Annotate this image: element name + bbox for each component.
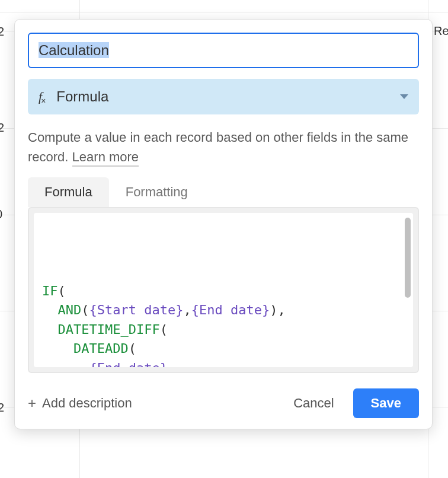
add-description-label: Add description (42, 396, 132, 411)
dialog-actions: + Add description Cancel Save (28, 388, 419, 418)
config-tabs: Formula Formatting (28, 177, 419, 207)
field-config-dialog: Calculation f× Formula Compute a value i… (14, 19, 433, 429)
field-name-input[interactable]: Calculation (28, 33, 419, 68)
bg-cell: 2 (0, 25, 4, 39)
formula-editor-wrap: IF( AND({Start date},{End date}), DATETI… (28, 207, 419, 373)
formula-editor[interactable]: IF( AND({Start date},{End date}), DATETI… (34, 213, 413, 367)
bg-cell: Re (434, 24, 448, 38)
save-button[interactable]: Save (353, 388, 419, 418)
scrollbar[interactable] (405, 218, 411, 298)
tab-formula[interactable]: Formula (28, 177, 109, 207)
tab-formatting[interactable]: Formatting (109, 177, 204, 207)
field-type-description: Compute a value in each record based on … (28, 128, 419, 167)
cancel-button[interactable]: Cancel (279, 388, 348, 418)
bg-cell: 2 (0, 401, 4, 415)
bg-cell: 2 (0, 121, 4, 135)
field-type-label: Formula (56, 88, 400, 105)
add-description-button[interactable]: + Add description (28, 396, 132, 411)
bg-cell: 0 (0, 208, 2, 221)
learn-more-link[interactable]: Learn more (72, 149, 139, 167)
field-name-value: Calculation (39, 42, 109, 58)
formula-icon: f× (39, 90, 46, 103)
plus-icon: + (28, 396, 36, 410)
field-type-select[interactable]: f× Formula (28, 79, 419, 114)
chevron-down-icon (400, 94, 408, 99)
